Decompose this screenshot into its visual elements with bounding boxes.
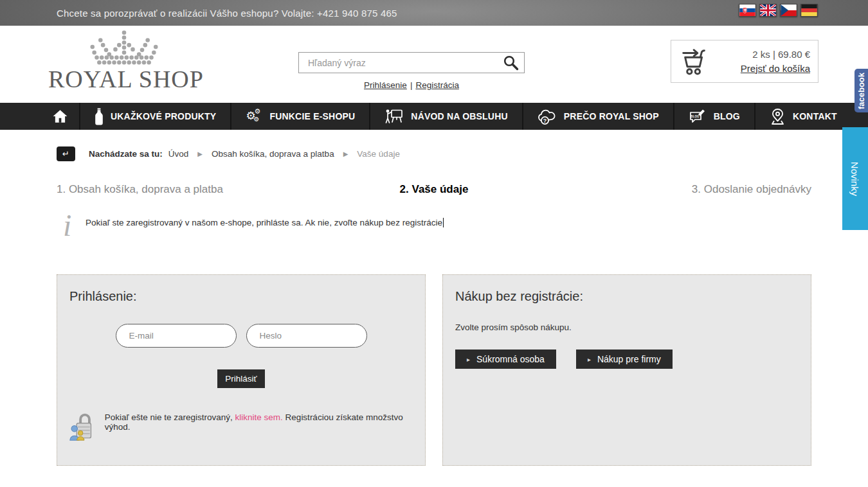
nav-item-sample-products[interactable]: UKAŽKOVÉ PRODUKTY: [79, 103, 230, 130]
presenter-board-icon: [384, 108, 404, 125]
facebook-side-tab[interactable]: facebook: [854, 69, 868, 112]
guest-checkout-panel: Nákup bez registrácie: Zvolte prosím spô…: [442, 274, 811, 466]
register-link[interactable]: Registrácia: [415, 80, 459, 90]
topbar-phone-text: Chcete sa porozprávať o realizácii Vášho…: [57, 8, 397, 19]
step-2-your-data: 2. Vaše údaje: [400, 183, 469, 196]
nav-label: BLOG: [714, 111, 740, 121]
back-icon: ↵: [62, 149, 69, 159]
svg-text:BLOG: BLOG: [691, 115, 700, 118]
info-icon: i: [63, 213, 85, 249]
breadcrumb-item-home[interactable]: Úvod: [168, 149, 189, 159]
search-button[interactable]: [502, 55, 520, 73]
step-3-send-order: 3. Odoslanie objednávky: [692, 183, 811, 196]
back-button[interactable]: ↵: [57, 146, 75, 161]
map-pin-icon: [770, 108, 786, 125]
nav-item-eshop-functions[interactable]: ⚙ ⚙ ⚙ FUNKCIE E-SHOPU: [230, 103, 369, 130]
search-area: Prihlásenie|Registrácia: [298, 52, 525, 90]
breadcrumb-separator-icon: ▶: [343, 150, 348, 157]
cart-icon: [679, 47, 711, 76]
flag-slovakia-icon[interactable]: [739, 4, 756, 17]
page: Chcete sa porozprávať o realizácii Vášho…: [0, 0, 868, 487]
search-box: [298, 52, 525, 73]
panels-row: Prihlásenie: Prihlásiť: [57, 274, 811, 466]
info-text: Pokiaľ ste zaregistrovaný v našom e-shop…: [86, 218, 444, 249]
login-panel-title: Prihlásenie:: [69, 289, 413, 304]
guest-panel-title: Nákup bez registrácie:: [455, 289, 799, 304]
shop-logo[interactable]: ROYAL SHOP: [48, 30, 200, 91]
logo-title: ROYAL SHOP: [48, 67, 200, 91]
arrow-right-icon: ▸: [467, 356, 470, 363]
search-input[interactable]: [299, 53, 524, 73]
nav-item-contact[interactable]: KONTAKT: [754, 103, 851, 130]
cloud-question-icon: ?: [538, 108, 557, 125]
password-field[interactable]: [246, 324, 367, 348]
login-panel: Prihlásenie: Prihlásiť: [57, 274, 426, 466]
flag-united-kingdom-icon[interactable]: [759, 4, 777, 17]
cart-texts: 2 ks | 69.80 € Prejsť do košíka: [711, 49, 810, 75]
lock-users-icon: [69, 407, 94, 443]
nav-label: PREČO ROYAL SHOP: [564, 111, 659, 121]
main-nav: UKAŽKOVÉ PRODUKTY ⚙ ⚙ ⚙ FUNKCIE E-SHOPU …: [0, 103, 868, 130]
breadcrumb-separator-icon: ▶: [197, 150, 203, 157]
main-content: ↵ Nachádzate sa tu: Úvod ▶ Obsah košíka,…: [0, 146, 868, 466]
nav-label: UKAŽKOVÉ PRODUKTY: [111, 111, 216, 121]
breadcrumb-item-cart[interactable]: Obsah košíka, doprava a platba: [212, 149, 334, 159]
company-purchase-button[interactable]: ▸ Nákup pre firmy: [576, 350, 673, 369]
nav-item-home[interactable]: [41, 103, 79, 130]
login-inputs: [69, 324, 413, 348]
register-here-link[interactable]: kliknite sem.: [235, 412, 283, 422]
nav-label: KONTAKT: [793, 111, 837, 121]
private-person-button[interactable]: ▸ Súkromná osoba: [455, 350, 556, 369]
news-tab-label: Novinky: [850, 161, 861, 195]
blog-bubble-icon: BLOG: [689, 108, 707, 125]
checkout-steps: 1. Obsah košíka, doprava a platba 2. Vaš…: [57, 183, 811, 196]
home-icon: [51, 109, 69, 124]
cart-summary: 2 ks | 69.80 €: [711, 49, 810, 60]
login-link[interactable]: Prihlásenie: [364, 80, 407, 90]
email-field[interactable]: [116, 324, 237, 348]
cart-box[interactable]: 2 ks | 69.80 € Prejsť do košíka: [671, 40, 818, 83]
auth-links-separator: |: [410, 80, 413, 90]
text-cursor: [443, 218, 444, 227]
news-side-tab[interactable]: Novinky: [842, 127, 868, 230]
breadcrumb-item-current: Vaše údaje: [357, 149, 400, 159]
topbar: Chcete sa porozprávať o realizácii Vášho…: [0, 0, 868, 26]
guest-panel-subtitle: Zvolte prosím spôsob nákupu.: [455, 323, 799, 332]
facebook-tab-label: facebook: [856, 72, 866, 109]
nav-label: FUNKCIE E-SHOPU: [269, 111, 355, 121]
register-hint-row: Pokiaľ ešte nie te zaregistrovaný, klikn…: [69, 407, 413, 443]
login-submit-button[interactable]: Prihlásiť: [217, 369, 265, 388]
go-to-cart-link[interactable]: Prejsť do košíka: [741, 63, 810, 74]
gears-icon: ⚙ ⚙ ⚙: [246, 108, 262, 125]
register-hint-text: Pokiaľ ešte nie te zaregistrovaný, klikn…: [105, 412, 413, 443]
info-row: i Pokiaľ ste zaregistrovaný v našom e-sh…: [57, 213, 811, 249]
nav-item-why-royal-shop[interactable]: ? PREČO ROYAL SHOP: [522, 103, 673, 130]
bottle-icon: [95, 108, 104, 125]
flag-czech-republic-icon[interactable]: [780, 4, 797, 17]
breadcrumb-label: Nachádzate sa tu:: [89, 149, 163, 159]
nav-item-user-guide[interactable]: NÁVOD NA OBSLUHU: [369, 103, 521, 130]
guest-buttons: ▸ Súkromná osoba ▸ Nákup pre firmy: [455, 350, 799, 369]
header: ROYAL SHOP Prihlásenie|Registrácia: [0, 26, 868, 103]
crown-dots-icon: [87, 30, 161, 66]
nav-label: NÁVOD NA OBSLUHU: [411, 111, 507, 121]
language-flags: [739, 4, 818, 17]
arrow-right-icon: ▸: [588, 356, 591, 363]
flag-germany-icon[interactable]: [800, 4, 818, 17]
auth-links: Prihlásenie|Registrácia: [298, 80, 525, 90]
step-1-cart: 1. Obsah košíka, doprava a platba: [57, 183, 400, 196]
nav-item-blog[interactable]: BLOG BLOG: [673, 103, 754, 130]
search-icon: [503, 55, 520, 71]
breadcrumb: ↵ Nachádzate sa tu: Úvod ▶ Obsah košíka,…: [57, 146, 811, 161]
svg-text:?: ?: [543, 118, 547, 124]
